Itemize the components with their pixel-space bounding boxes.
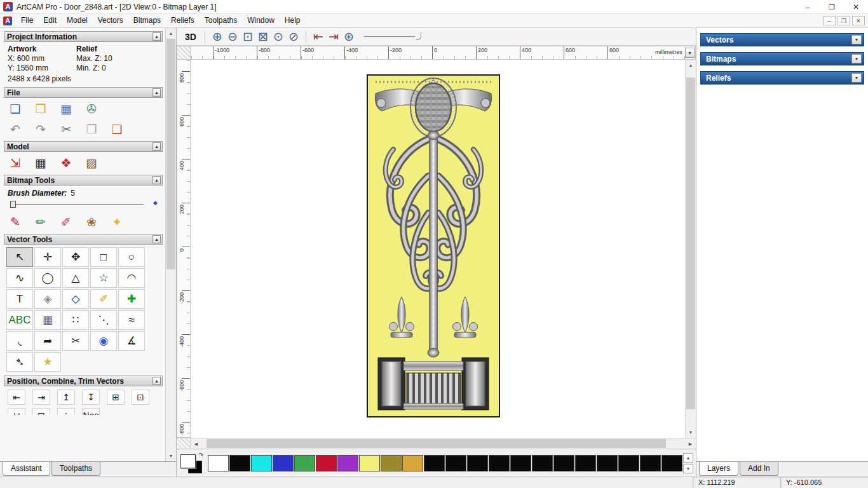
wrap-vectors-icon[interactable]: ★ (34, 352, 61, 372)
palette-swatch[interactable] (294, 455, 315, 471)
cut-icon[interactable]: ✂ (57, 121, 75, 137)
paint-icon[interactable]: ✎ (6, 214, 24, 230)
create-circle-icon[interactable]: ○ (118, 247, 145, 267)
scatter-copies-icon[interactable]: ∴ (57, 408, 75, 415)
save-model-icon[interactable]: ▦ (57, 100, 75, 117)
canvas-horizontal-scrollbar[interactable]: ◀ ▶ (177, 438, 696, 449)
menu-item[interactable]: Toolpaths (200, 15, 242, 27)
copy-icon[interactable]: ❐ (83, 121, 100, 137)
mdi-restore-button[interactable]: ❐ (837, 16, 850, 25)
dropdown-button[interactable]: ▼ (851, 73, 862, 83)
scroll-right-icon[interactable]: ▶ (685, 438, 696, 449)
menu-item[interactable]: Model (62, 15, 93, 27)
menu-item[interactable]: Reliefs (166, 15, 200, 27)
pan-left-icon[interactable]: ⇤ (311, 30, 325, 44)
panel-tab[interactable]: Assistant (3, 462, 50, 476)
zoom-out-icon[interactable]: ⊖ (226, 30, 240, 44)
palette-swatch[interactable] (273, 455, 294, 471)
collapse-icon[interactable]: ▲ (153, 32, 161, 41)
collapse-icon[interactable]: ▲ (153, 235, 161, 243)
redo-icon[interactable]: ↷ (32, 121, 50, 137)
fillet-icon[interactable]: ◟ (6, 331, 33, 351)
nest-vectors-icon[interactable]: ⋱ (90, 310, 117, 330)
new-model-icon[interactable]: ❏ (6, 100, 24, 117)
align-right-icon[interactable]: ⇥ (32, 390, 50, 405)
palette-swatch[interactable] (251, 455, 272, 471)
align-centre-icon[interactable]: ⊞ (107, 390, 125, 405)
interactive-distort-icon[interactable]: ◉ (90, 331, 117, 351)
palette-swatch[interactable] (208, 455, 229, 471)
palette-swatch[interactable] (381, 455, 402, 471)
menu-item[interactable]: File (16, 15, 38, 27)
pan-right-icon[interactable]: ⇥ (327, 30, 341, 44)
fit-polyline-icon[interactable]: ≈ (118, 310, 145, 330)
mdi-close-button[interactable]: ✕ (852, 16, 865, 25)
palette-swatch[interactable] (575, 455, 596, 471)
palette-swatch[interactable] (402, 455, 423, 471)
menu-item[interactable]: Bitmaps (128, 15, 166, 27)
palette-swatch[interactable] (510, 455, 531, 471)
slider-handle[interactable] (10, 201, 16, 208)
panel-tab[interactable]: Add In (740, 462, 778, 476)
panel-header-vectors[interactable]: Vectors ▼ (700, 33, 864, 46)
scroll-up-icon[interactable]: ▲ (166, 28, 176, 39)
section-model[interactable]: Model ▲ (4, 141, 163, 152)
palette-swatch[interactable] (640, 455, 661, 471)
palette-swatch[interactable] (424, 455, 445, 471)
create-boundary-icon[interactable]: ◇ (62, 289, 89, 309)
collapse-icon[interactable]: ▲ (153, 176, 161, 184)
print-icon[interactable]: ✇ (83, 100, 100, 117)
section-position-combine-trim[interactable]: Position, Combine, Trim Vectors ▲ (4, 376, 163, 386)
snap-grid-icon[interactable]: ▦ (34, 310, 61, 330)
scrollbar-thumb[interactable] (166, 39, 175, 269)
close-button[interactable]: ✕ (844, 0, 868, 14)
node-editing-icon[interactable]: ✛ (34, 247, 61, 267)
flood-fill-icon[interactable]: ✦ (108, 214, 126, 230)
palette-scroll-down-icon[interactable]: ▼ (683, 464, 693, 473)
menu-item[interactable]: Window (242, 15, 280, 27)
swap-colours-icon[interactable]: ↷ (198, 452, 203, 458)
menu-item[interactable]: Edit (38, 15, 62, 27)
measure-icon[interactable]: ∡ (118, 331, 145, 351)
palette-swatch[interactable] (467, 455, 488, 471)
palette-scroll-up-icon[interactable]: ▲ (683, 453, 693, 463)
palette-swatch[interactable] (229, 455, 250, 471)
text-on-curve-icon[interactable]: ABC (6, 310, 33, 330)
align-top-icon[interactable]: ↥ (57, 390, 75, 405)
subtract-vectors-icon[interactable]: ⊟ (32, 408, 50, 415)
set-resolution-icon[interactable]: ▦ (32, 154, 50, 171)
collapse-icon[interactable]: ▲ (153, 88, 161, 97)
assistant-scrollbar[interactable]: ▲ ▼ (165, 28, 176, 461)
fit-arcs-icon[interactable]: ➴ (6, 352, 33, 372)
create-polyline-icon[interactable]: ∿ (6, 268, 33, 288)
paste-icon[interactable]: ❑ (108, 121, 126, 137)
undo-icon[interactable]: ↶ (6, 121, 24, 137)
scroll-left-icon[interactable]: ◀ (191, 438, 201, 449)
primary-secondary-colour-indicator[interactable]: ↷ (180, 453, 203, 473)
palette-swatch[interactable] (337, 455, 358, 471)
select-vectors-icon[interactable]: ↖ (6, 247, 33, 267)
panel-tab[interactable]: Layers (699, 462, 738, 476)
palette-swatch[interactable] (445, 455, 466, 471)
create-star-icon[interactable]: ☆ (90, 268, 117, 288)
panel-tab[interactable]: Toolpaths (51, 462, 100, 476)
collapse-icon[interactable]: ▲ (153, 142, 161, 151)
wrap-text-icon[interactable]: ◈ (34, 289, 61, 309)
array-copy-icon[interactable]: ∷ (62, 310, 89, 330)
section-bitmap-tools[interactable]: Bitmap Tools ▲ (4, 175, 163, 186)
open-model-icon[interactable]: ❒ (32, 100, 50, 117)
units-dropdown-button[interactable]: ▼ (685, 48, 695, 58)
panel-header-bitmaps[interactable]: Bitmaps ▼ (700, 52, 864, 65)
section-vector-tools[interactable]: Vector Tools ▲ (4, 234, 163, 245)
palette-swatch[interactable] (661, 455, 682, 471)
nest-vectors-button[interactable]: Nes (82, 408, 100, 415)
block-copy-icon[interactable]: ✚ (118, 289, 145, 309)
zoom-100-icon[interactable]: ⊙ (271, 30, 285, 44)
canvas-vertical-scrollbar[interactable]: ▲ ▼ (685, 60, 696, 438)
palette-swatch[interactable] (489, 455, 510, 471)
create-text-icon[interactable]: T (6, 289, 33, 309)
brush-diameter-slider[interactable]: ◆ (8, 200, 158, 210)
palette-swatch[interactable] (316, 455, 337, 471)
palette-swatch[interactable] (597, 455, 618, 471)
minimize-button[interactable]: – (796, 0, 820, 14)
